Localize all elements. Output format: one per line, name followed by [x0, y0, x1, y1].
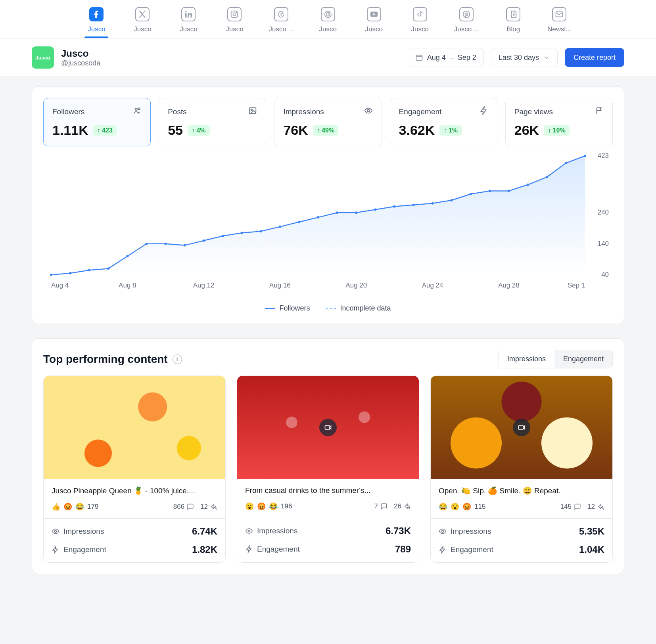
youtube-icon — [367, 7, 381, 21]
tab-facebook[interactable]: Jusco — [84, 7, 108, 38]
svg-point-40 — [565, 162, 567, 164]
info-icon[interactable]: i — [173, 355, 182, 364]
share-count: 12 — [200, 503, 217, 511]
svg-point-15 — [88, 269, 90, 271]
tab-google[interactable]: Jusco — [316, 7, 340, 38]
reaction-count: 179 — [87, 503, 98, 511]
tab-label: Jusco — [88, 25, 105, 33]
svg-point-27 — [317, 216, 319, 218]
date-from: Aug 4 — [427, 54, 446, 62]
post-reactions: 😮😡😂 196 — [245, 502, 292, 511]
svg-text:Aug 28: Aug 28 — [498, 282, 520, 289]
tab-label: Jusco ... — [454, 25, 479, 33]
stat-posts[interactable]: Posts55↑ 4% — [159, 98, 266, 146]
date-range-picker[interactable]: Aug 4 – Sep 2 — [408, 48, 484, 67]
impressions-value: 6.73K — [386, 525, 411, 537]
svg-point-14 — [69, 272, 71, 274]
svg-point-39 — [546, 176, 548, 178]
share-count: 26 — [394, 502, 411, 510]
engagement-label: Engagement — [52, 545, 106, 554]
account-header: Jusco Jusco @juscosoda Aug 4 – Sep 2 Las… — [0, 38, 656, 77]
svg-point-3 — [233, 13, 236, 15]
svg-point-16 — [107, 267, 109, 270]
legend-incomplete: Incomplete data — [340, 304, 391, 312]
tab-label: Newsl... — [547, 25, 571, 33]
tab-linkedin[interactable]: Jusco — [176, 7, 200, 38]
chevron-down-icon — [543, 54, 550, 61]
x-icon — [135, 7, 150, 21]
stat-impressions[interactable]: Impressions76K↑ 49% — [274, 98, 382, 146]
range-preset-dropdown[interactable]: Last 30 days — [491, 48, 558, 67]
reaction-count: 115 — [474, 503, 485, 511]
svg-point-41 — [584, 155, 586, 157]
svg-point-19 — [164, 243, 167, 245]
tab-label: Jusco — [319, 25, 337, 33]
page-content: Followers1.11K↑ 423Posts55↑ 4%Impression… — [0, 77, 656, 590]
tab-newsletter[interactable]: Newsl... — [547, 7, 571, 38]
svg-point-1 — [185, 11, 187, 13]
svg-rect-10 — [249, 108, 256, 114]
comment-count: 145 — [560, 503, 581, 511]
svg-point-4 — [236, 12, 237, 13]
range-preset-label: Last 30 days — [499, 54, 539, 62]
svg-point-8 — [135, 108, 138, 111]
svg-text:140: 140 — [598, 240, 609, 247]
stat-value: 1.11K — [52, 123, 88, 138]
svg-point-37 — [508, 190, 510, 192]
tab-label: Jusco ... — [269, 25, 293, 33]
svg-text:Aug 12: Aug 12 — [193, 282, 215, 289]
impressions-label: Impressions — [52, 527, 104, 536]
svg-point-54 — [55, 531, 57, 533]
content-card[interactable]: From casual drinks to the summer's...😮😡😂… — [237, 376, 419, 563]
tab-blog[interactable]: Blog — [501, 7, 525, 38]
tab-x[interactable]: Jusco — [130, 7, 154, 38]
tab-pinterest[interactable]: Jusco ... — [454, 7, 479, 38]
stat-value: 26K — [514, 123, 539, 138]
impressions-value: 5.35K — [579, 526, 604, 537]
tab-label: Blog — [506, 25, 520, 33]
stat-delta: ↑ 4% — [188, 125, 210, 136]
segment-impressions[interactable]: Impressions — [499, 350, 554, 368]
svg-point-38 — [527, 184, 529, 186]
create-report-button[interactable]: Create report — [565, 48, 624, 67]
image-icon — [248, 106, 257, 117]
svg-rect-57 — [519, 426, 524, 429]
svg-text:Sep 1: Sep 1 — [568, 282, 585, 289]
post-reactions: 😂😮😡 115 — [439, 502, 485, 511]
stat-label: Followers — [52, 107, 84, 116]
stat-delta: ↑ 1% — [439, 125, 462, 136]
tab-instagram[interactable]: Jusco — [223, 7, 246, 38]
top-content-cards: Jusco Pineapple Queen 🍍 - 100% juice....… — [43, 376, 613, 563]
tab-label: Jusco — [411, 25, 429, 33]
engagement-label: Engagement — [245, 545, 300, 554]
engagement-value: 1.82K — [192, 544, 217, 555]
tab-threads[interactable]: Jusco ... — [269, 7, 293, 38]
stat-followers[interactable]: Followers1.11K↑ 423 — [43, 98, 151, 146]
comment-count: 7 — [374, 502, 387, 510]
tab-youtube[interactable]: Jusco — [362, 7, 386, 38]
content-card[interactable]: Jusco Pineapple Queen 🍍 - 100% juice....… — [43, 376, 226, 563]
post-thumbnail — [431, 376, 612, 479]
comment-count: 866 — [173, 503, 194, 511]
linkedin-icon — [181, 7, 196, 21]
svg-point-21 — [203, 240, 205, 242]
svg-point-34 — [451, 199, 453, 201]
svg-point-28 — [336, 211, 338, 214]
segment-engagement[interactable]: Engagement — [554, 350, 612, 368]
stat-pageviews[interactable]: Page views26K↑ 10% — [505, 98, 613, 146]
svg-point-36 — [489, 190, 491, 192]
svg-point-12 — [367, 109, 370, 112]
post-title: From casual drinks to the summer's... — [245, 486, 411, 495]
stat-delta: ↑ 49% — [313, 125, 338, 136]
stats-row: Followers1.11K↑ 423Posts55↑ 4%Impression… — [43, 98, 613, 146]
post-thumbnail — [237, 376, 419, 479]
tab-tiktok[interactable]: Jusco — [408, 7, 432, 38]
svg-text:Aug 24: Aug 24 — [422, 282, 443, 289]
svg-point-56 — [248, 530, 250, 532]
content-card[interactable]: Open. 🍋 Sip. 🍊 Smile. 😀 Repeat.😂😮😡 11514… — [430, 376, 613, 563]
tab-label: Jusco — [180, 25, 197, 33]
google-icon — [321, 7, 335, 21]
reaction-count: 196 — [281, 502, 292, 510]
svg-point-25 — [279, 226, 281, 228]
stat-engagement[interactable]: Engagement3.62K↑ 1% — [390, 98, 497, 146]
